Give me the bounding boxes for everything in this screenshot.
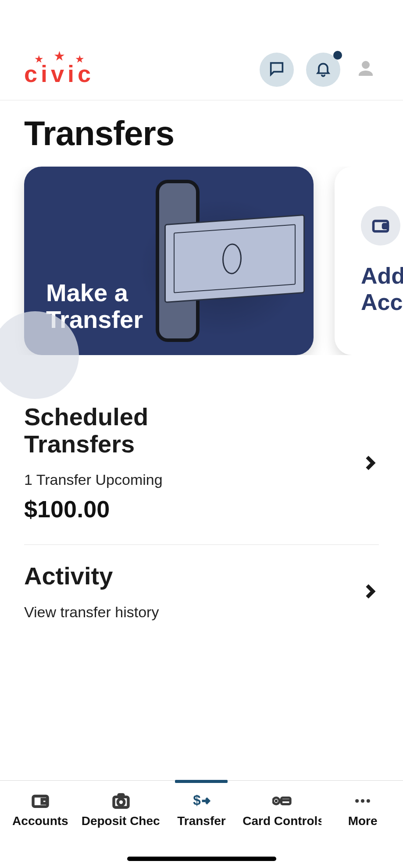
tab-accounts[interactable]: Accounts — [1, 790, 80, 828]
bell-icon — [314, 60, 332, 79]
scheduled-transfers-row[interactable]: Scheduled Transfers 1 Transfer Upcoming … — [24, 386, 379, 545]
profile-button[interactable] — [353, 58, 379, 81]
tab-more[interactable]: More — [323, 790, 402, 828]
wallet-icon — [361, 206, 400, 245]
tab-label: More — [348, 814, 378, 828]
card-controls-icon — [271, 790, 292, 811]
chevron-right-icon — [361, 454, 379, 472]
transfer-illustration — [121, 180, 305, 342]
header-actions — [260, 53, 379, 87]
person-icon — [355, 58, 376, 81]
scheduled-subtitle: 1 Transfer Upcoming — [24, 471, 208, 488]
scheduled-title: Scheduled Transfers — [24, 403, 208, 457]
svg-point-14 — [355, 799, 359, 803]
bottom-tab-bar: Accounts Deposit Check $ Transfer Card C… — [0, 780, 403, 868]
tab-label: Transfer — [177, 814, 226, 828]
svg-text:$: $ — [193, 793, 201, 808]
messages-button[interactable] — [260, 53, 294, 87]
activity-subtitle: View transfer history — [24, 604, 159, 621]
content-rows: Scheduled Transfers 1 Transfer Upcoming … — [0, 386, 403, 643]
chat-icon — [268, 60, 285, 79]
tab-label: Accounts — [12, 814, 68, 828]
add-account-title: Add Account — [361, 263, 403, 316]
brand-logo: ★ ★ ★ civic — [24, 54, 94, 85]
home-indicator — [127, 857, 276, 861]
scheduled-amount: $100.00 — [24, 495, 208, 523]
transfer-icon: $ — [191, 790, 212, 811]
svg-point-16 — [367, 799, 370, 803]
svg-rect-7 — [118, 794, 123, 797]
tab-card-controls[interactable]: Card Controls — [243, 790, 321, 828]
add-account-card[interactable]: Add Account — [335, 167, 403, 355]
svg-point-6 — [118, 799, 124, 805]
wallet-icon — [30, 790, 51, 811]
brand-name: civic — [24, 62, 94, 85]
camera-icon — [111, 790, 132, 811]
tab-transfer[interactable]: $ Transfer — [162, 790, 241, 828]
more-icon — [352, 790, 373, 811]
notification-dot — [333, 51, 342, 60]
svg-rect-4 — [42, 799, 47, 803]
tab-deposit-check[interactable]: Deposit Check — [82, 790, 160, 828]
svg-point-2 — [385, 226, 386, 227]
activity-row[interactable]: Activity View transfer history — [24, 545, 379, 643]
svg-point-15 — [361, 799, 364, 803]
page-title: Transfers — [0, 100, 403, 167]
chevron-right-icon — [361, 583, 379, 600]
activity-title: Activity — [24, 562, 159, 590]
tab-label: Card Controls — [243, 814, 321, 828]
notifications-button[interactable] — [306, 53, 340, 87]
tab-label: Deposit Check — [82, 814, 160, 828]
app-header: ★ ★ ★ civic — [0, 53, 403, 100]
